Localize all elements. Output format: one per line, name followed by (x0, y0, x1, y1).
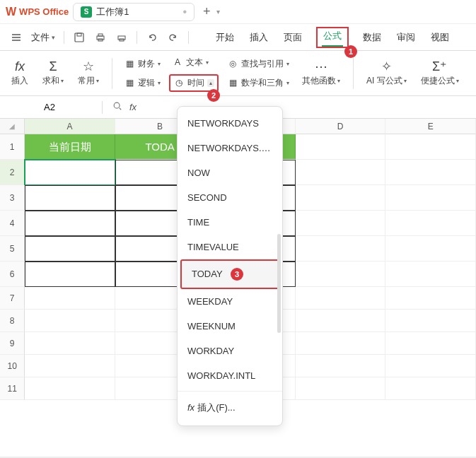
chevron-up-icon[interactable]: ▴ (207, 79, 214, 87)
search-icon[interactable] (112, 101, 122, 113)
more-functions-button[interactable]: ⋯ 其他函数▾ (298, 59, 344, 87)
tab-formula[interactable]: 公式 (322, 26, 343, 47)
cell[interactable] (296, 236, 386, 262)
row-header[interactable]: 6 (0, 262, 25, 287)
dd-item-insert-function[interactable]: fx插入(F)... (178, 394, 282, 421)
insert-function-button[interactable]: fx 插入 (7, 59, 33, 87)
cell[interactable] (296, 287, 386, 310)
row-header[interactable]: 11 (0, 377, 25, 400)
cell[interactable] (296, 262, 386, 287)
undo-icon[interactable] (143, 28, 161, 47)
insert-f-label: 插入(F)... (197, 402, 235, 413)
cell[interactable] (385, 211, 476, 236)
tabs-chevron-icon[interactable]: ▾ (216, 8, 220, 16)
cell[interactable] (385, 377, 476, 400)
cell[interactable] (385, 310, 476, 332)
time-label: 时间 (187, 77, 204, 89)
cell[interactable] (25, 377, 115, 400)
finance-button[interactable]: ▦ 财务▾ (121, 57, 163, 71)
file-menu[interactable]: 文件 ▾ (28, 29, 58, 46)
cell-e2[interactable] (385, 160, 476, 185)
sum-button[interactable]: Σ 求和▾ (38, 59, 68, 87)
col-header-a[interactable]: A (25, 119, 115, 134)
name-box[interactable] (7, 100, 92, 114)
dd-item-workday-intl[interactable]: WORKDAY.INTL (178, 363, 282, 388)
cell[interactable] (25, 211, 115, 236)
row-header[interactable]: 3 (0, 185, 25, 211)
cell-e1[interactable] (385, 134, 476, 160)
ai-formula-button[interactable]: ✧ AI 写公式▾ (362, 59, 411, 87)
cell-a2[interactable] (25, 160, 115, 185)
document-tab[interactable]: S 工作簿1 • (73, 3, 195, 21)
print-preview-icon[interactable] (112, 28, 131, 47)
cell[interactable] (296, 355, 386, 377)
dd-item-timevalue[interactable]: TIMEVALUE (178, 235, 282, 259)
title-bar: W WPS Office S 工作簿1 • + ▾ (0, 0, 476, 24)
math-button[interactable]: ▦ 数学和三角▾ (224, 76, 292, 90)
row-header[interactable]: 2 (0, 160, 25, 185)
cell[interactable] (296, 377, 386, 400)
tab-start[interactable]: 开始 (214, 27, 236, 48)
cell[interactable] (25, 185, 115, 211)
tab-page[interactable]: 页面 (282, 27, 303, 48)
quick-formula-button[interactable]: Σ⁺ 便捷公式▾ (417, 59, 463, 87)
row-header[interactable]: 9 (0, 332, 25, 355)
menu-icon[interactable] (7, 28, 25, 47)
cell[interactable] (25, 310, 115, 332)
col-header-d[interactable]: D (296, 119, 386, 134)
print-icon[interactable] (91, 28, 110, 47)
dd-item-weekday[interactable]: WEEKDAY (178, 289, 282, 314)
time-button[interactable]: ◷ 时间 ▴ (170, 76, 217, 90)
row-header[interactable]: 1 (0, 134, 25, 160)
cell[interactable] (296, 310, 386, 332)
row-header[interactable]: 5 (0, 236, 25, 262)
cell-d1[interactable] (296, 134, 386, 160)
tab-view[interactable]: 视图 (429, 27, 451, 48)
quick-label: 便捷公式 (421, 75, 455, 87)
cell[interactable] (385, 236, 476, 262)
cell[interactable] (296, 211, 386, 236)
common-button[interactable]: ☆ 常用▾ (74, 59, 103, 87)
cell[interactable] (385, 332, 476, 355)
fx-label[interactable]: fx (129, 102, 137, 112)
dd-item-today[interactable]: TODAY 3 (180, 259, 279, 289)
cell[interactable] (296, 332, 386, 355)
dropdown-scrollbar[interactable] (277, 234, 281, 333)
cell[interactable] (385, 185, 476, 211)
dd-item-networkdays-intl[interactable]: NETWORKDAYS.IN... (178, 136, 282, 160)
tab-data[interactable]: 数据 (361, 27, 383, 48)
separator (112, 58, 112, 89)
row-header[interactable]: 7 (0, 287, 25, 310)
cell[interactable] (25, 355, 115, 377)
tab-insert[interactable]: 插入 (248, 27, 269, 48)
cell[interactable] (385, 262, 476, 287)
row-header[interactable]: 4 (0, 211, 25, 236)
logic-button[interactable]: ▦ 逻辑▾ (121, 76, 163, 90)
save-icon[interactable] (70, 28, 88, 47)
cell-a1[interactable]: 当前日期 (25, 134, 115, 160)
cell[interactable] (25, 332, 115, 355)
col-header-e[interactable]: E (385, 119, 476, 134)
dd-item-now[interactable]: NOW (178, 160, 282, 185)
dd-item-time[interactable]: TIME (178, 210, 282, 235)
new-tab-button[interactable]: + (203, 4, 211, 19)
row-header[interactable]: 8 (0, 310, 25, 332)
cell[interactable] (385, 355, 476, 377)
select-all-corner[interactable]: ◢ (0, 119, 25, 134)
cell[interactable] (296, 185, 386, 211)
text-button[interactable]: A 文本▾ (169, 55, 219, 70)
lookup-button[interactable]: ◎ 查找与引用▾ (224, 57, 292, 71)
cell-d2[interactable] (296, 160, 386, 185)
redo-icon[interactable] (164, 28, 182, 47)
cell[interactable] (25, 236, 115, 262)
dd-item-weeknum[interactable]: WEEKNUM (178, 314, 282, 339)
dd-item-networkdays[interactable]: NETWORKDAYS (178, 111, 282, 136)
tab-review[interactable]: 审阅 (395, 27, 417, 48)
dd-item-second[interactable]: SECOND (178, 185, 282, 210)
cell[interactable] (25, 262, 115, 287)
svg-rect-0 (75, 33, 83, 42)
dd-item-workday[interactable]: WORKDAY (178, 339, 282, 363)
cell[interactable] (385, 287, 476, 310)
row-header[interactable]: 10 (0, 355, 25, 377)
cell[interactable] (25, 287, 115, 310)
